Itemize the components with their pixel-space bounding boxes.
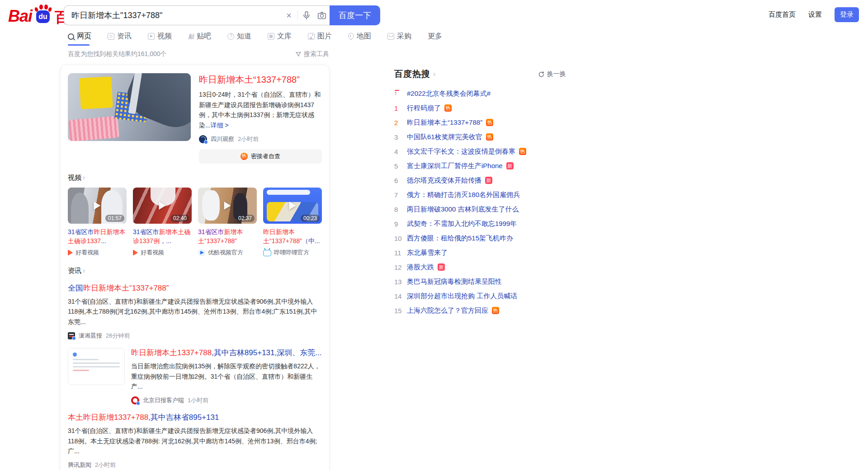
chevron-right-icon[interactable]: › <box>433 70 435 78</box>
hot-search-item[interactable]: 2昨日新增本土“1337+788”热 <box>394 115 566 130</box>
hot-search-panel: 百度热搜 › 换一换 ↑#2022北京冬残奥会闭幕式#1行程码崩了热2昨日新增本… <box>394 68 566 318</box>
map-icon <box>347 32 355 40</box>
rank-badge: 15 <box>394 307 407 315</box>
video-source-name: 哔哩哔哩官方 <box>274 249 309 257</box>
tab-tieba[interactable]: 贴贴吧 <box>188 32 211 46</box>
video-section-header[interactable]: 视频 › <box>68 174 322 182</box>
news-title[interactable]: 昨日新增本土1337+788,其中吉林895+131,深圳、东莞... <box>131 348 322 358</box>
publish-time: 2小时前 <box>95 461 116 469</box>
hot-search-item[interactable]: 4张文宏千字长文：这波疫情是倒春寒热 <box>394 144 566 159</box>
tab-zhidao[interactable]: 知道 <box>227 32 251 46</box>
text-segment: 昨日新增本土1337+788 <box>131 348 212 357</box>
tab-more[interactable]: 更多 <box>428 32 442 46</box>
rank-badge: ↑ <box>394 90 407 98</box>
hot-search-link[interactable]: 深圳部分超市出现抢购 工作人员喊话 <box>407 292 517 301</box>
search-tools-button[interactable]: 搜索工具 <box>295 50 329 58</box>
separator <box>297 10 298 20</box>
hot-search-link[interactable]: 俄方：精确打击消灭180名外国雇佣兵 <box>407 191 520 199</box>
hot-search-link[interactable]: 昨日新增本土“1337+788” <box>407 118 482 127</box>
video-title[interactable]: 31省区市新增本土“1337+788” <box>198 227 257 245</box>
hot-search-link[interactable]: 武契奇：不需加入北约不敢忘1999年 <box>407 220 517 228</box>
top-result-title[interactable]: 昨日新增本土“1337+788” <box>199 74 322 85</box>
hot-search-link[interactable]: 西方傻眼：租给俄的515架飞机咋办 <box>407 234 513 243</box>
text-segment: 31省区市 <box>198 228 224 235</box>
rank-badge: 9 <box>394 220 407 228</box>
hot-search-link[interactable]: 两日新增破3000 吉林到底发生了什么 <box>407 205 519 214</box>
tab-label: 图片 <box>317 32 332 41</box>
hot-search-link[interactable]: 港股大跌 <box>407 263 434 272</box>
hot-search-item[interactable]: 6德尔塔克戎变体开始传播新 <box>394 173 566 188</box>
hot-search-link[interactable]: 富士康深圳工厂暂停生产iPhone <box>407 162 503 170</box>
text-segment: 昨日新增本土“1337+788” <box>83 284 169 292</box>
news-section-header[interactable]: 资讯 › <box>68 267 322 275</box>
text-segment: ,其中吉林省895+131 <box>148 413 219 422</box>
hot-search-item[interactable]: 13奥巴马新冠病毒检测结果呈阳性 <box>394 274 566 289</box>
news-title[interactable]: 本土昨日新增1337+788,其中吉林省895+131 <box>68 413 322 423</box>
hot-search-item[interactable]: 5富士康深圳工厂暂停生产iPhone新 <box>394 159 566 173</box>
tieba-icon: 贴 <box>188 33 194 39</box>
hot-search-item[interactable]: ↑#2022北京冬残奥会闭幕式# <box>394 86 566 101</box>
tab-caigou[interactable]: 采购 <box>387 32 411 46</box>
video-thumbnail[interactable]: 02:40 <box>133 188 192 224</box>
text-segment: 全国 <box>68 284 83 292</box>
video-title[interactable]: 31省区市新增本土确诊1337例，... <box>133 227 192 245</box>
refresh-button[interactable]: 换一换 <box>538 70 566 78</box>
video-thumbnail[interactable]: 02:37 <box>198 188 257 224</box>
tab-search[interactable]: 网页 <box>68 32 91 46</box>
rank-badge: 7 <box>394 191 407 199</box>
rank-badge: 3 <box>394 133 407 141</box>
login-button[interactable]: 登录 <box>835 7 859 22</box>
text-segment: 昨日新增本土“1337+788” <box>263 228 302 244</box>
search-box[interactable]: × <box>64 5 330 25</box>
tab-wenku[interactable]: 文库 <box>268 32 292 46</box>
hot-search-link[interactable]: 德尔塔克戎变体开始传播 <box>407 176 481 185</box>
tab-map[interactable]: 地图 <box>348 32 371 46</box>
tab-news[interactable]: 资讯 <box>108 32 132 46</box>
video-duration: 02:37 <box>236 215 255 222</box>
hot-badge: 热 <box>486 133 493 141</box>
hot-search-link[interactable]: 奥巴马新冠病毒检测结果呈阳性 <box>407 277 502 286</box>
rank-badge: 13 <box>394 278 407 286</box>
hot-search-item[interactable]: 7俄方：精确打击消灭180名外国雇佣兵 <box>394 188 566 202</box>
hot-search-link[interactable]: 中国队61枚奖牌完美收官 <box>407 133 482 141</box>
search-input[interactable] <box>64 11 281 20</box>
hot-search-link[interactable]: 上海六院怎么了？官方回应 <box>407 306 488 315</box>
link-settings[interactable]: 设置 <box>808 10 822 19</box>
voice-icon[interactable] <box>299 8 314 23</box>
clear-icon[interactable]: × <box>281 8 297 23</box>
link-baidu-home[interactable]: 百度首页 <box>769 10 796 19</box>
close-contact-check-bar[interactable]: 热 密接者自查 <box>199 149 322 164</box>
video-title[interactable]: 31省区市昨日新增本土确诊1337... <box>68 227 127 245</box>
video-title[interactable]: 昨日新增本土“1337+788”（中... <box>263 227 322 245</box>
source-row: 潇湘晨报26分钟前 <box>68 332 322 340</box>
news-section-title: 资讯 <box>68 267 81 275</box>
video-thumbnail[interactable]: 00:23 <box>263 188 322 224</box>
search-button[interactable]: 百度一下 <box>330 5 380 25</box>
hot-search-item[interactable]: 12港股大跌新 <box>394 260 566 274</box>
hot-search-item[interactable]: 8两日新增破3000 吉林到底发生了什么 <box>394 202 566 216</box>
text-segment: ，... <box>160 237 171 244</box>
hot-search-link[interactable]: 东北暴雪来了 <box>407 249 448 257</box>
tab-image[interactable]: 图片 <box>308 32 332 46</box>
hot-search-item[interactable]: 9武契奇：不需加入北约不敢忘1999年 <box>394 216 566 231</box>
hot-search-item[interactable]: 11东北暴雪来了 <box>394 245 566 260</box>
camera-icon[interactable] <box>314 8 330 23</box>
hot-search-link[interactable]: 张文宏千字长文：这波疫情是倒春寒 <box>407 147 515 156</box>
text-segment: 31省区市 <box>68 228 94 235</box>
hot-search-link[interactable]: 行程码崩了 <box>407 104 441 113</box>
hot-search-item[interactable]: 15上海六院怎么了？官方回应热 <box>394 303 566 318</box>
news-title[interactable]: 全国昨日新增本土“1337+788” <box>68 283 322 293</box>
post-thumbnail[interactable] <box>68 348 125 385</box>
hot-search-item[interactable]: 10西方傻眼：租给俄的515架飞机咋办 <box>394 231 566 245</box>
hot-search-item[interactable]: 3中国队61枚奖牌完美收官热 <box>394 130 566 144</box>
rank-badge: 11 <box>394 249 407 257</box>
tab-video[interactable]: 视频 <box>148 32 172 46</box>
video-thumbnail[interactable]: 01:57 <box>68 188 127 224</box>
hot-search-link[interactable]: #2022北京冬残奥会闭幕式# <box>407 89 491 98</box>
tab-label: 地图 <box>357 32 371 41</box>
hot-search-item[interactable]: 1行程码崩了热 <box>394 101 566 115</box>
news-description: 31个省(自治区、直辖市)和新疆生产建设兵团报告新增无症状感染者906例,其中境… <box>68 296 322 327</box>
news-image[interactable] <box>68 73 191 141</box>
hot-search-item[interactable]: 14深圳部分超市出现抢购 工作人员喊话 <box>394 289 566 303</box>
video-card: 02:4031省区市新增本土确诊1337例，...好看视频 <box>133 188 192 257</box>
